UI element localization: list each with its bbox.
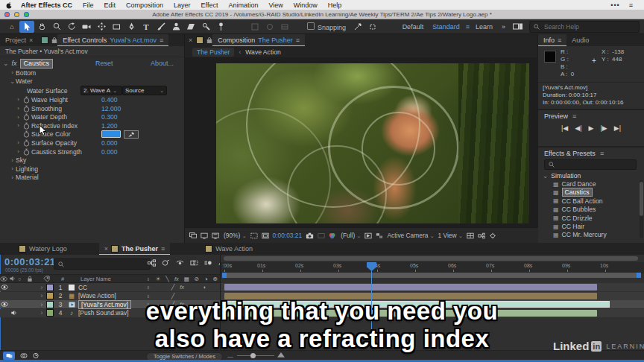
twirl-down-icon[interactable]: ⌄ — [3, 60, 9, 67]
effects-scrollbar[interactable] — [640, 180, 643, 238]
eraser-tool-icon[interactable] — [183, 21, 198, 33]
resolution-dropdown[interactable]: (Full) ⌄ — [341, 232, 361, 239]
puppet-pin-tool-icon[interactable] — [213, 21, 228, 33]
workspace-switcher-icon[interactable] — [510, 21, 525, 33]
menu-window[interactable]: Window — [288, 1, 323, 9]
workspace-standard[interactable]: Standard — [428, 23, 464, 31]
workspace-overflow-icon[interactable]: » — [497, 23, 510, 31]
lock-icon[interactable] — [51, 36, 57, 44]
expand-layer-switches-icon[interactable] — [3, 352, 15, 360]
snap-option2-icon[interactable] — [365, 21, 380, 33]
menubar-list-icon[interactable]: ≡ — [625, 1, 638, 9]
snapping-checkbox[interactable]: Snapping — [303, 22, 350, 31]
layer-name[interactable]: CC — [78, 284, 87, 291]
effects-category-simulation[interactable]: ⌄Simulation — [538, 171, 644, 180]
close-tab-icon[interactable]: × — [29, 36, 33, 44]
pan-behind-tool-icon[interactable] — [94, 21, 109, 33]
tab-effect-controls[interactable]: Effect Controls Yuval's Act.mov ≡ — [57, 34, 168, 46]
panel-menu-icon[interactable]: ≡ — [572, 112, 576, 120]
eyedropper-icon[interactable] — [124, 130, 139, 139]
menu-layer[interactable]: Layer — [168, 1, 196, 9]
clone-stamp-tool-icon[interactable] — [168, 21, 183, 33]
first-frame-button[interactable]: |◀ — [561, 124, 568, 132]
property-surface-opacity[interactable]: ›Surface Opacity0.000 — [0, 139, 183, 147]
stopwatch-icon[interactable] — [23, 130, 30, 138]
stopwatch-icon[interactable] — [23, 122, 30, 130]
snap-option-icon[interactable] — [350, 21, 365, 33]
menu-edit[interactable]: Edit — [99, 1, 121, 9]
property-group-bottom[interactable]: ›Bottom — [0, 69, 183, 77]
transfer-controls-icon[interactable] — [18, 352, 30, 359]
view-layout-dropdown[interactable]: 1 View ⌄ — [438, 232, 463, 239]
property-smoothing[interactable]: ›Smoothing12.000 — [0, 104, 183, 113]
panel-menu-icon[interactable]: ≡ — [161, 245, 165, 253]
smoothing-value[interactable]: 12.000 — [101, 105, 121, 112]
safe-margins-icon[interactable] — [262, 232, 269, 239]
grid-guides-icon[interactable] — [467, 232, 474, 239]
timeline-zoom-scrollbar[interactable] — [224, 256, 638, 261]
help-search-input[interactable] — [543, 22, 635, 31]
tab-info[interactable]: Info≡ — [538, 34, 566, 46]
hand-tool-icon[interactable] — [34, 21, 49, 33]
tab-wave-action[interactable]: Wave Action — [200, 243, 258, 255]
close-tab-icon[interactable]: × — [104, 245, 108, 253]
water-surface-dropdown[interactable]: 2. Wave A⌄ — [80, 86, 122, 95]
help-search[interactable] — [529, 21, 640, 33]
work-area-end-handle[interactable] — [637, 273, 641, 278]
magnification-dropdown[interactable]: (90%) ⌄ — [224, 232, 247, 239]
property-refractive-index[interactable]: ›Refractive Index1.200 — [0, 121, 183, 130]
stopwatch-icon[interactable] — [23, 113, 30, 121]
minimize-window-button[interactable] — [14, 12, 19, 17]
work-area-start-handle[interactable] — [222, 273, 227, 278]
about-button[interactable]: About... — [151, 60, 174, 67]
exposure-icon[interactable] — [489, 232, 496, 239]
surface-opacity-value[interactable]: 0.000 — [101, 139, 118, 147]
brush-tool-icon[interactable] — [154, 21, 168, 33]
stopwatch-icon[interactable] — [23, 139, 30, 147]
surface-color-swatch[interactable] — [101, 130, 121, 138]
zoom-out-icon[interactable]: — — [227, 353, 233, 360]
effects-search[interactable] — [544, 159, 637, 170]
menu-view[interactable]: View — [263, 1, 288, 9]
water-surface-source-dropdown[interactable]: Source⌄ — [122, 86, 167, 95]
stopwatch-icon[interactable] — [23, 96, 30, 104]
always-preview-icon[interactable] — [189, 232, 197, 238]
eye-icon[interactable] — [0, 285, 9, 290]
property-caustics-strength[interactable]: ›Caustics Strength0.000 — [0, 147, 183, 156]
close-tab-icon[interactable]: × — [185, 36, 196, 44]
stopwatch-icon[interactable] — [23, 105, 30, 112]
composition-timecode[interactable]: 0:00:03:21 — [273, 232, 303, 239]
workspace-default[interactable]: Default — [398, 23, 429, 31]
menu-animation[interactable]: Animation — [223, 1, 263, 9]
refractive-index-value[interactable]: 1.200 — [101, 122, 118, 130]
reset-button[interactable]: Reset — [95, 60, 113, 67]
mini-flowchart-icon[interactable] — [478, 232, 485, 239]
zoom-window-button[interactable] — [24, 12, 29, 17]
shape-tool-icon[interactable] — [109, 21, 124, 33]
work-area-bar[interactable] — [222, 273, 641, 278]
property-water-depth[interactable]: ›Water Depth0.300 — [0, 112, 183, 121]
type-tool-icon[interactable]: T — [139, 21, 154, 33]
breadcrumb-wave-action[interactable]: Wave Action — [245, 48, 280, 56]
tab-audio[interactable]: Audio — [566, 34, 594, 46]
menubar-more-icon[interactable]: ••• — [606, 1, 624, 9]
motion-blur-icon[interactable] — [204, 259, 212, 267]
tab-the-pusher[interactable]: ×The Pusher≡ — [99, 243, 171, 255]
caustics-strength-value[interactable]: 0.000 — [101, 148, 118, 156]
play-button[interactable]: ▶ — [589, 124, 594, 132]
workspace-learn[interactable]: Learn — [471, 23, 497, 31]
layer-bar-cc[interactable] — [224, 284, 597, 290]
apple-icon[interactable] — [6, 1, 13, 9]
transparency-grid-icon[interactable] — [376, 232, 383, 239]
timeline-search[interactable] — [54, 258, 151, 270]
effect-item-cc-bubbles[interactable]: ▦CC Bubbles — [538, 206, 644, 214]
layer-switches[interactable]: ♁╱fx◐ — [146, 284, 207, 290]
current-timecode[interactable]: 0:00:03:21 — [4, 256, 56, 267]
layer-row-1[interactable]: › 1 CC ♁╱fx◐ — [0, 283, 220, 291]
camera-dropdown[interactable]: Active Camera ⌄ — [387, 232, 434, 239]
draft-3d-icon[interactable] — [162, 259, 170, 267]
selection-tool-icon[interactable] — [19, 21, 34, 33]
panel-menu-icon[interactable]: ≡ — [558, 36, 561, 44]
effect-item-cc-drizzle[interactable]: ▦CC Drizzle — [538, 214, 644, 222]
property-group-material[interactable]: ›Material — [0, 174, 183, 182]
